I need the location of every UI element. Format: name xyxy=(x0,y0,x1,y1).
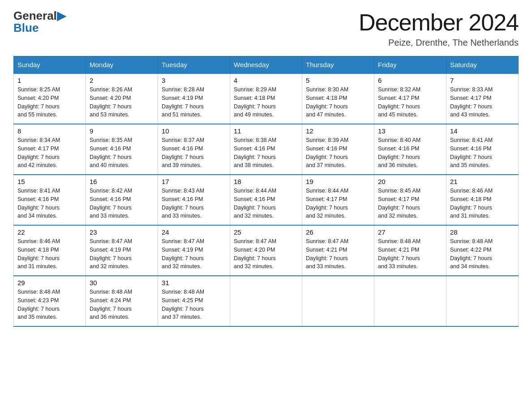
sunset-text: Sunset: 4:18 PM xyxy=(17,247,59,253)
table-row: 15 Sunrise: 8:41 AM Sunset: 4:16 PM Dayl… xyxy=(14,175,86,225)
sunset-text: Sunset: 4:25 PM xyxy=(162,297,203,304)
calendar-table: Sunday Monday Tuesday Wednesday Thursday… xyxy=(13,56,519,327)
title-block: December 2024 Peize, Drenthe, The Nether… xyxy=(359,9,519,48)
col-tuesday: Tuesday xyxy=(158,56,230,74)
day-number: 23 xyxy=(90,228,154,236)
sunrise-text: Sunrise: 8:48 AM xyxy=(378,238,420,244)
table-row: 5 Sunrise: 8:30 AM Sunset: 4:18 PM Dayli… xyxy=(302,73,374,124)
table-row: 21 Sunrise: 8:46 AM Sunset: 4:18 PM Dayl… xyxy=(446,175,519,225)
day-number: 26 xyxy=(306,228,370,236)
daylight-text2: and 31 minutes. xyxy=(17,263,57,270)
table-row: 25 Sunrise: 8:47 AM Sunset: 4:20 PM Dayl… xyxy=(230,225,302,276)
daylight-text: Daylight: 7 hours xyxy=(234,255,276,261)
day-number: 14 xyxy=(450,127,515,135)
day-info: Sunrise: 8:48 AM Sunset: 4:21 PM Dayligh… xyxy=(378,237,442,271)
daylight-text2: and 49 minutes. xyxy=(234,111,274,118)
daylight-text: Daylight: 7 hours xyxy=(450,103,492,110)
daylight-text: Daylight: 7 hours xyxy=(450,255,492,261)
table-row: 3 Sunrise: 8:28 AM Sunset: 4:19 PM Dayli… xyxy=(158,73,230,124)
day-number: 12 xyxy=(306,127,370,135)
daylight-text2: and 45 minutes. xyxy=(378,111,418,118)
daylight-text: Daylight: 7 hours xyxy=(90,306,132,312)
day-number: 22 xyxy=(17,228,82,236)
daylight-text2: and 34 minutes. xyxy=(17,213,57,219)
calendar-header-row: Sunday Monday Tuesday Wednesday Thursday… xyxy=(14,56,519,74)
daylight-text2: and 32 minutes. xyxy=(162,263,202,270)
daylight-text: Daylight: 7 hours xyxy=(90,103,132,110)
daylight-text2: and 38 minutes. xyxy=(234,162,274,168)
day-number: 8 xyxy=(17,127,82,135)
daylight-text2: and 34 minutes. xyxy=(450,263,490,270)
day-number: 15 xyxy=(17,178,82,185)
table-row: 9 Sunrise: 8:35 AM Sunset: 4:16 PM Dayli… xyxy=(86,124,158,175)
daylight-text2: and 32 minutes. xyxy=(378,213,418,219)
calendar-week-row: 22 Sunrise: 8:46 AM Sunset: 4:18 PM Dayl… xyxy=(14,225,519,276)
daylight-text2: and 37 minutes. xyxy=(162,314,202,320)
table-row: 8 Sunrise: 8:34 AM Sunset: 4:17 PM Dayli… xyxy=(14,124,86,175)
day-number: 3 xyxy=(162,77,226,84)
day-info: Sunrise: 8:34 AM Sunset: 4:17 PM Dayligh… xyxy=(17,136,82,170)
sunrise-text: Sunrise: 8:25 AM xyxy=(17,86,60,93)
table-row: 26 Sunrise: 8:47 AM Sunset: 4:21 PM Dayl… xyxy=(302,225,374,276)
sunset-text: Sunset: 4:18 PM xyxy=(234,95,275,101)
sunset-text: Sunset: 4:16 PM xyxy=(450,146,491,152)
calendar-week-row: 8 Sunrise: 8:34 AM Sunset: 4:17 PM Dayli… xyxy=(14,124,519,175)
sunrise-text: Sunrise: 8:35 AM xyxy=(90,137,132,143)
day-info: Sunrise: 8:44 AM Sunset: 4:17 PM Dayligh… xyxy=(306,187,370,220)
day-number: 24 xyxy=(162,228,226,236)
table-row: 12 Sunrise: 8:39 AM Sunset: 4:16 PM Dayl… xyxy=(302,124,374,175)
daylight-text2: and 33 minutes. xyxy=(378,263,418,270)
day-number: 11 xyxy=(234,127,298,135)
sunset-text: Sunset: 4:17 PM xyxy=(17,146,59,152)
day-info: Sunrise: 8:48 AM Sunset: 4:22 PM Dayligh… xyxy=(450,237,515,271)
day-info: Sunrise: 8:33 AM Sunset: 4:17 PM Dayligh… xyxy=(450,86,515,119)
page-header: General▶ Blue December 2024 Peize, Drent… xyxy=(13,9,519,48)
daylight-text: Daylight: 7 hours xyxy=(378,255,420,261)
daylight-text: Daylight: 7 hours xyxy=(162,154,204,160)
sunrise-text: Sunrise: 8:39 AM xyxy=(306,137,348,143)
sunrise-text: Sunrise: 8:46 AM xyxy=(17,238,60,244)
sunset-text: Sunset: 4:18 PM xyxy=(306,95,347,101)
calendar-week-row: 1 Sunrise: 8:25 AM Sunset: 4:20 PM Dayli… xyxy=(14,73,519,124)
table-row: 10 Sunrise: 8:37 AM Sunset: 4:16 PM Dayl… xyxy=(158,124,230,175)
daylight-text: Daylight: 7 hours xyxy=(378,205,420,211)
daylight-text2: and 32 minutes. xyxy=(90,263,129,270)
daylight-text: Daylight: 7 hours xyxy=(17,205,60,211)
day-number: 30 xyxy=(90,279,154,287)
sunset-text: Sunset: 4:16 PM xyxy=(306,146,347,152)
day-number: 28 xyxy=(450,228,515,236)
sunset-text: Sunset: 4:24 PM xyxy=(90,297,131,304)
table-row xyxy=(446,276,519,326)
sunrise-text: Sunrise: 8:29 AM xyxy=(234,86,276,93)
sunrise-text: Sunrise: 8:37 AM xyxy=(162,137,204,143)
sunrise-text: Sunrise: 8:28 AM xyxy=(162,86,204,93)
daylight-text2: and 31 minutes. xyxy=(450,213,490,219)
day-info: Sunrise: 8:28 AM Sunset: 4:19 PM Dayligh… xyxy=(162,86,226,119)
daylight-text2: and 33 minutes. xyxy=(162,213,202,219)
col-wednesday: Wednesday xyxy=(230,56,302,74)
col-sunday: Sunday xyxy=(14,56,86,74)
sunrise-text: Sunrise: 8:48 AM xyxy=(17,289,60,295)
sunset-text: Sunset: 4:17 PM xyxy=(378,196,419,202)
day-number: 16 xyxy=(90,178,154,185)
daylight-text: Daylight: 7 hours xyxy=(90,255,132,261)
day-info: Sunrise: 8:35 AM Sunset: 4:16 PM Dayligh… xyxy=(90,136,154,170)
daylight-text: Daylight: 7 hours xyxy=(378,103,420,110)
daylight-text2: and 32 minutes. xyxy=(234,263,274,270)
daylight-text: Daylight: 7 hours xyxy=(90,154,132,160)
day-number: 20 xyxy=(378,178,442,185)
table-row: 16 Sunrise: 8:42 AM Sunset: 4:16 PM Dayl… xyxy=(86,175,158,225)
daylight-text: Daylight: 7 hours xyxy=(450,205,492,211)
sunset-text: Sunset: 4:16 PM xyxy=(90,196,131,202)
daylight-text: Daylight: 7 hours xyxy=(234,205,276,211)
table-row: 27 Sunrise: 8:48 AM Sunset: 4:21 PM Dayl… xyxy=(374,225,446,276)
table-row: 18 Sunrise: 8:44 AM Sunset: 4:16 PM Dayl… xyxy=(230,175,302,225)
table-row: 11 Sunrise: 8:38 AM Sunset: 4:16 PM Dayl… xyxy=(230,124,302,175)
daylight-text2: and 35 minutes. xyxy=(17,314,57,320)
sunrise-text: Sunrise: 8:41 AM xyxy=(450,137,493,143)
sunset-text: Sunset: 4:21 PM xyxy=(378,247,419,253)
day-number: 25 xyxy=(234,228,298,236)
table-row: 20 Sunrise: 8:45 AM Sunset: 4:17 PM Dayl… xyxy=(374,175,446,225)
table-row: 13 Sunrise: 8:40 AM Sunset: 4:16 PM Dayl… xyxy=(374,124,446,175)
logo: General▶ Blue xyxy=(13,9,66,35)
